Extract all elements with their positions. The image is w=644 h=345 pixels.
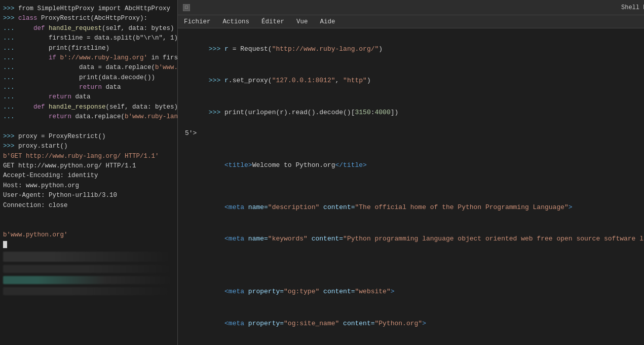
- r-line-8: <meta property="og:type" content="websit…: [185, 276, 644, 307]
- code-line-blank2: [3, 211, 174, 220]
- r-blank1: [185, 139, 644, 150]
- r-line-4: 5'>: [185, 128, 644, 139]
- code-line-blank1: [3, 122, 174, 132]
- r-line-5: <title>Welcome to Python.org</title>: [185, 150, 644, 181]
- code-line-8: ... print(data.decode()): [3, 73, 174, 83]
- menu-fichier[interactable]: Fichier: [182, 17, 213, 26]
- r-line-1: >>> r = Request("http://www.ruby-lang.or…: [185, 33, 644, 65]
- code-line-1: >>> from SimpleHttpProxy import AbcHttpP…: [3, 4, 174, 14]
- menu-aide[interactable]: Aide: [318, 17, 337, 26]
- code-line-5: ... print(firstline): [3, 44, 174, 53]
- r-blank4: [185, 266, 644, 277]
- titlebar: □ Shell No. 1: [178, 0, 644, 15]
- code-line-7: ... data = data.replace(b'www.ruby-lang.…: [3, 63, 174, 73]
- code-line-12: ... return data.replace(b'www.ruby-lang.…: [3, 112, 174, 122]
- output-line-4: Host: www.python.org: [3, 181, 174, 191]
- titlebar-icon: □: [183, 4, 190, 11]
- r-line-3: >>> print(urlopen(r).read().decode()[315…: [185, 97, 644, 128]
- r-blank3: [185, 255, 644, 266]
- code-line-13: >>> proxy = ProxyRestrict(): [3, 132, 174, 142]
- menu-editer[interactable]: Éditer: [259, 17, 286, 26]
- menu-actions[interactable]: Actions: [221, 17, 252, 26]
- output-line-1: b'GET http://www.ruby-lang.org/ HTTP/1.1…: [3, 152, 174, 161]
- code-line-3: ... def handle_request(self, data: bytes…: [3, 24, 174, 33]
- output-line-2: GET http://www.python.org/ HTTP/1.1: [3, 161, 174, 171]
- right-terminal[interactable]: □ Shell No. 1 Fichier Actions Éditer Vue…: [177, 0, 644, 345]
- code-line-blank3: [3, 220, 174, 230]
- code-line-10: ... return data: [3, 92, 174, 102]
- r-line-6: <meta name="description" content="The of…: [185, 192, 644, 223]
- r-line-10: <meta property="og:title" content="Welco…: [185, 339, 644, 345]
- code-line-9: ... return data: [3, 83, 174, 92]
- titlebar-title: Shell No. 1: [621, 4, 644, 11]
- left-terminal[interactable]: >>> from SimpleHttpProxy import AbcHttpP…: [0, 0, 177, 345]
- output-line-3: Accept-Encoding: identity: [3, 171, 174, 181]
- menubar: Fichier Actions Éditer Vue Aide: [178, 15, 644, 28]
- r-blank2: [185, 181, 644, 192]
- code-line-6: ... if b'://www.ruby-lang.org' in firstl…: [3, 53, 174, 63]
- code-line-14: >>> proxy.start(): [3, 142, 174, 151]
- code-line-4: ... firstline = data.split(b"\r\n", 1)[0…: [3, 33, 174, 43]
- r-line-9: <meta property="og:site_name" content="P…: [185, 308, 644, 339]
- cursor-line: [3, 240, 174, 250]
- menu-vue[interactable]: Vue: [294, 17, 310, 26]
- r-line-7: <meta name="keywords" content="Python pr…: [185, 223, 644, 255]
- r-line-2: >>> r.set_proxy("127.0.0.1:8012", "http"…: [185, 65, 644, 96]
- code-line-11: ... def handle_response(self, data: byte…: [3, 102, 174, 112]
- terminal-body[interactable]: >>> r = Request("http://www.ruby-lang.or…: [178, 28, 644, 345]
- output-line-6: Connection: close: [3, 201, 174, 211]
- output-line-5: User-Agent: Python-urllib/3.10: [3, 191, 174, 200]
- output-line-7: b'www.python.org': [3, 230, 174, 240]
- code-line-2: >>> class ProxyRestrict(AbcHttpProxy):: [3, 14, 174, 23]
